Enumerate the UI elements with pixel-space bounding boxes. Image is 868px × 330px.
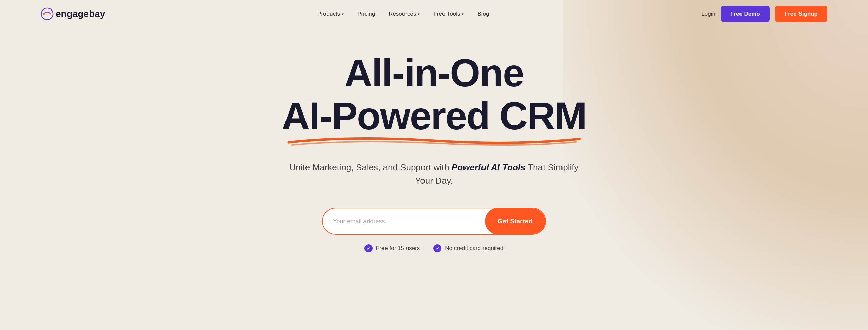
check-icon-no-credit-card: ✓ bbox=[433, 244, 441, 252]
email-input[interactable] bbox=[333, 218, 485, 225]
nav-products[interactable]: Products ▾ bbox=[317, 11, 344, 17]
free-tools-chevron-icon: ▾ bbox=[462, 12, 464, 16]
logo[interactable]: engagebay bbox=[41, 7, 105, 20]
logo-icon bbox=[41, 7, 54, 20]
svg-point-1 bbox=[43, 13, 45, 15]
logo-text: engagebay bbox=[56, 8, 105, 19]
hero-title-line2: AI-Powered CRM bbox=[282, 95, 586, 138]
navbar-left: engagebay bbox=[41, 7, 105, 20]
svg-point-0 bbox=[41, 8, 53, 20]
hero-title: All-in-One AI-Powered CRM bbox=[282, 51, 586, 137]
title-underline-decoration bbox=[282, 134, 586, 147]
navbar-right: Login Free Demo Free Signup bbox=[701, 6, 827, 22]
check-icon-free-users: ✓ bbox=[364, 244, 373, 252]
email-form: Get Started bbox=[322, 208, 546, 235]
hero-subtitle-bold: Powerful AI Tools bbox=[452, 162, 526, 172]
nav-pricing[interactable]: Pricing bbox=[357, 11, 375, 17]
nav-blog[interactable]: Blog bbox=[477, 11, 489, 17]
free-signup-button[interactable]: Free Signup bbox=[775, 6, 827, 22]
trust-badge-free-users: ✓ Free for 15 users bbox=[364, 244, 420, 252]
nav-free-tools[interactable]: Free Tools ▾ bbox=[433, 11, 464, 17]
trust-badge-no-credit-card: ✓ No credit card required bbox=[433, 244, 504, 252]
login-button[interactable]: Login bbox=[701, 11, 715, 17]
trust-badges: ✓ Free for 15 users ✓ No credit card req… bbox=[364, 244, 504, 252]
products-chevron-icon: ▾ bbox=[342, 12, 344, 16]
get-started-button[interactable]: Get Started bbox=[485, 208, 545, 235]
nav-resources[interactable]: Resources ▾ bbox=[389, 11, 420, 17]
hero-subtitle: Unite Marketing, Sales, and Support with… bbox=[281, 161, 587, 187]
hero-section: All-in-One AI-Powered CRM Unite Marketin… bbox=[0, 28, 868, 252]
hero-title-line1: All-in-One bbox=[344, 51, 524, 95]
navbar: engagebay Products ▾ Pricing Resources ▾… bbox=[0, 0, 868, 28]
free-demo-button[interactable]: Free Demo bbox=[721, 6, 770, 22]
navbar-center: Products ▾ Pricing Resources ▾ Free Tool… bbox=[317, 11, 489, 17]
resources-chevron-icon: ▾ bbox=[418, 12, 420, 16]
